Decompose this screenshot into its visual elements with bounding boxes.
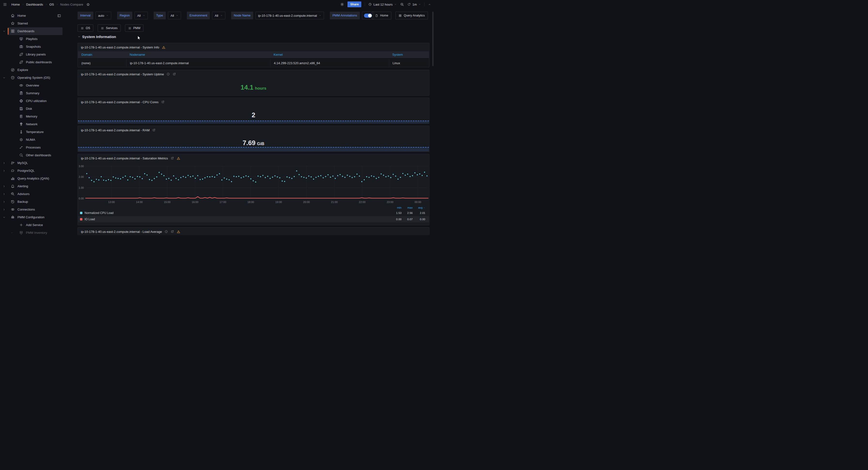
column-header-kernel[interactable]: Kernel [270, 51, 389, 58]
chevron-down-icon[interactable] [2, 76, 6, 80]
info-icon[interactable] [164, 230, 168, 233]
sidebar-item-memory[interactable]: Memory [0, 113, 74, 120]
cpu-icon [19, 99, 23, 103]
dashboard-link-os[interactable]: OS [78, 25, 93, 32]
panel-header[interactable]: ip-10-178-1-40.us-east-2.compute.interna… [78, 98, 429, 106]
chevron-right-icon[interactable] [2, 200, 6, 203]
chevron-right-icon[interactable] [2, 208, 6, 211]
chevron-down-icon[interactable] [10, 231, 13, 234]
sidebar-item-pmm-configuration[interactable]: PMM Configuration [0, 214, 74, 221]
sidebar-item-summary[interactable]: Summary [0, 89, 74, 97]
panel-header[interactable]: ip-10-178-1-40.us-east-2.compute.interna… [78, 43, 429, 51]
share-button[interactable]: Share [347, 1, 361, 7]
sidebar-item-operating-system-os[interactable]: Operating System (OS) [0, 74, 74, 82]
time-range-picker[interactable]: Last 12 hours [368, 3, 397, 6]
sidebar-item-advisors[interactable]: Advisors [0, 190, 74, 198]
external-link-icon[interactable] [152, 128, 156, 132]
list-icon [81, 27, 84, 30]
sidebar-item-query-analytics-qan[interactable]: Query Analytics (QAN) [0, 175, 74, 182]
sidebar-item-overview[interactable]: Overview [0, 82, 74, 89]
sidebar-item-public-dashboards[interactable]: Public dashboards [0, 58, 74, 66]
variable-value-dropdown[interactable]: ip-10-178-1-40.us-east-2.compute.interna… [255, 12, 324, 20]
scrollbar[interactable] [432, 12, 434, 66]
panel-header[interactable]: ip-10-178-1-40.us-east-2.compute.interna… [78, 70, 429, 78]
sidebar-item-other-dashboards[interactable]: Other dashboards [0, 151, 74, 159]
link-label: PMM [133, 26, 140, 30]
dashboard-link-pmm[interactable]: PMM [125, 25, 144, 32]
series-label[interactable]: Normalized CPU Load [85, 211, 114, 215]
variable-value-dropdown[interactable]: All [212, 12, 225, 20]
breadcrumb-item-os[interactable]: OS [50, 3, 54, 6]
sidebar-item-home[interactable]: Home [0, 12, 74, 20]
sidebar-item-add-service[interactable]: Add Service [0, 221, 74, 229]
chevron-down-icon[interactable] [2, 30, 6, 33]
sidebar-item-backup[interactable]: Backup [0, 198, 74, 206]
disk-icon [19, 106, 23, 111]
saturation-chart[interactable]: 0.001.002.003.0013:0014:0015:0016:0017:0… [78, 163, 429, 206]
sidebar-item-dashboards[interactable]: Dashboards [0, 27, 74, 35]
external-link-icon[interactable] [173, 72, 176, 76]
sidebar-item-cpu-utilization[interactable]: CPU utilization [0, 97, 74, 105]
panel-header[interactable]: ip-10-178-1-40.us-east-2.compute.interna… [78, 227, 429, 235]
chevron-right-icon[interactable] [2, 161, 6, 165]
breadcrumb-item-home[interactable]: Home [11, 3, 20, 6]
series-label[interactable]: IO Load [85, 218, 95, 221]
svg-text:19:00: 19:00 [275, 200, 282, 203]
sidebar-item-temperature[interactable]: Temperature [0, 128, 74, 136]
panel-header[interactable]: ip-10-178-1-40.us-east-2.compute.interna… [78, 154, 429, 162]
column-header-system[interactable]: System [389, 51, 429, 58]
breadcrumb-item-nodes-compare[interactable]: Nodes Compare [60, 3, 83, 6]
legend-stat-max[interactable]: max [407, 206, 413, 209]
dashboard-settings-icon[interactable] [340, 2, 344, 6]
variable-value-dropdown[interactable]: All [134, 12, 148, 20]
chevron-down-icon[interactable] [2, 216, 6, 219]
external-link-icon[interactable] [170, 230, 174, 233]
variable-value: All [137, 14, 141, 18]
pmm-annotations-toggle[interactable] [362, 12, 374, 20]
refresh-picker[interactable]: 1m [407, 3, 421, 6]
sidebar-item-playlists[interactable]: Playlists [0, 35, 74, 43]
query-analytics-button[interactable]: Query Analytics [396, 12, 428, 20]
favorite-star-icon[interactable] [86, 3, 90, 6]
chevron-right-icon[interactable] [2, 192, 6, 196]
sidebar-item-processes[interactable]: Processes [0, 144, 74, 151]
breadcrumb: HomeDashboardsOSNodes Compare [11, 3, 83, 6]
warning-icon[interactable] [162, 45, 165, 49]
sidebar-item-disk[interactable]: Disk [0, 105, 74, 113]
warning-icon[interactable] [177, 157, 180, 160]
variable-value-dropdown[interactable]: auto [95, 12, 111, 20]
variable-value: All [215, 14, 218, 18]
column-header-nodename[interactable]: Nodename [126, 51, 270, 58]
sidebar-item-mysql[interactable]: MySQL [0, 159, 74, 167]
dock-menu-icon[interactable] [57, 14, 61, 18]
column-header-domain[interactable]: Domain [78, 51, 126, 58]
toggle-pill [364, 13, 372, 18]
dashboard-link-services[interactable]: Services [98, 25, 121, 32]
variable-value-dropdown[interactable]: All [168, 12, 181, 20]
legend-stat-avg[interactable]: avg [418, 206, 423, 209]
sidebar-item-network[interactable]: Network [0, 120, 74, 128]
zoom-out-icon[interactable] [400, 2, 404, 6]
sidebar-item-pmm-inventory[interactable]: PMM Inventory [0, 229, 74, 235]
panel-header[interactable]: ip-10-178-1-40.us-east-2.compute.interna… [78, 126, 429, 134]
sidebar-item-explore[interactable]: Explore [0, 66, 74, 74]
sidebar-item-snapshots[interactable]: Snapshots [0, 43, 74, 51]
sidebar-item-numa[interactable]: NUMA [0, 136, 74, 144]
sidebar-item-library-panels[interactable]: Library panels [0, 51, 74, 58]
external-link-icon[interactable] [161, 100, 164, 104]
legend-stat-min[interactable]: min [397, 206, 402, 209]
chevron-right-icon[interactable] [2, 169, 6, 173]
collapse-toolbar-icon[interactable] [428, 3, 431, 6]
home-button[interactable]: Home [372, 12, 391, 20]
info-icon[interactable] [166, 72, 170, 76]
sidebar-item-postgresql[interactable]: PostgreSQL [0, 167, 74, 175]
sidebar-item-connections[interactable]: Connections [0, 206, 74, 214]
sidebar-item-alerting[interactable]: Alerting [0, 182, 74, 190]
warning-icon[interactable] [177, 230, 180, 233]
breadcrumb-item-dashboards[interactable]: Dashboards [26, 3, 43, 6]
external-link-icon[interactable] [170, 157, 174, 160]
menu-icon[interactable] [3, 2, 7, 6]
chevron-right-icon[interactable] [2, 185, 6, 188]
section-system-information[interactable]: System Information [78, 35, 116, 39]
sidebar-item-starred[interactable]: Starred [0, 20, 74, 27]
